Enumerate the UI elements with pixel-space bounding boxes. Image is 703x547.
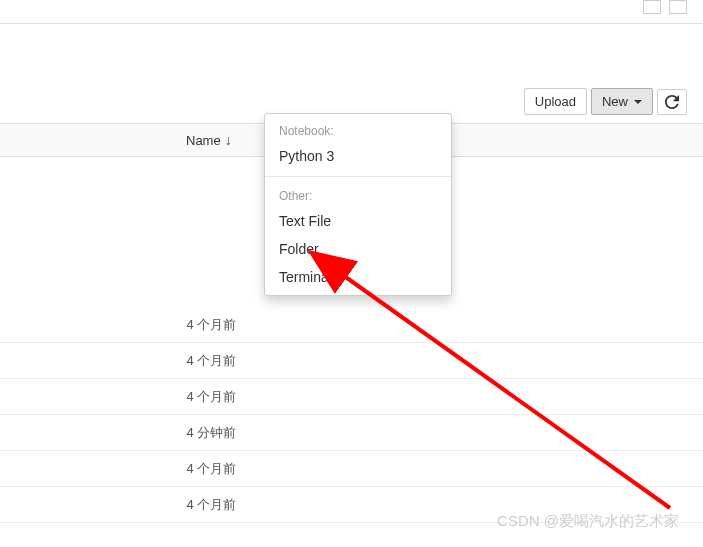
modified-time: 4 个月前 [187,316,237,334]
dropdown-divider [265,176,451,177]
sort-down-icon: ↓ [225,132,232,148]
list-item[interactable]: 4 个月前 [0,307,703,343]
file-list: 4 个月前 4 个月前 4 个月前 4 分钟前 4 个月前 4 个月前 [0,307,703,523]
name-label: Name [186,133,221,148]
top-bar [0,0,703,24]
caret-down-icon [634,100,642,104]
dropdown-header-other: Other: [265,183,451,207]
name-column-header[interactable]: Name ↓ [186,132,232,148]
refresh-icon [665,95,679,109]
upload-button[interactable]: Upload [524,88,587,115]
modified-time: 4 个月前 [187,496,237,514]
list-item[interactable]: 4 个月前 [0,379,703,415]
top-button-1[interactable] [643,0,661,14]
new-button-label: New [602,94,628,109]
dropdown-item-python3[interactable]: Python 3 [265,142,451,170]
dropdown-item-textfile[interactable]: Text File [265,207,451,235]
watermark: CSDN @爱喝汽水的艺术家 [497,512,679,531]
modified-time: 4 个月前 [187,388,237,406]
list-item[interactable]: 4 个月前 [0,451,703,487]
list-item[interactable]: 4 个月前 [0,343,703,379]
modified-time: 4 分钟前 [187,424,237,442]
new-dropdown-menu: Notebook: Python 3 Other: Text File Fold… [264,113,452,296]
dropdown-item-folder[interactable]: Folder [265,235,451,263]
new-dropdown-button[interactable]: New [591,88,653,115]
dropdown-header-notebook: Notebook: [265,118,451,142]
modified-time: 4 个月前 [187,460,237,478]
top-button-2[interactable] [669,0,687,14]
refresh-button[interactable] [657,89,687,115]
modified-time: 4 个月前 [187,352,237,370]
list-item[interactable]: 4 分钟前 [0,415,703,451]
dropdown-item-terminal[interactable]: Terminal [265,263,451,291]
